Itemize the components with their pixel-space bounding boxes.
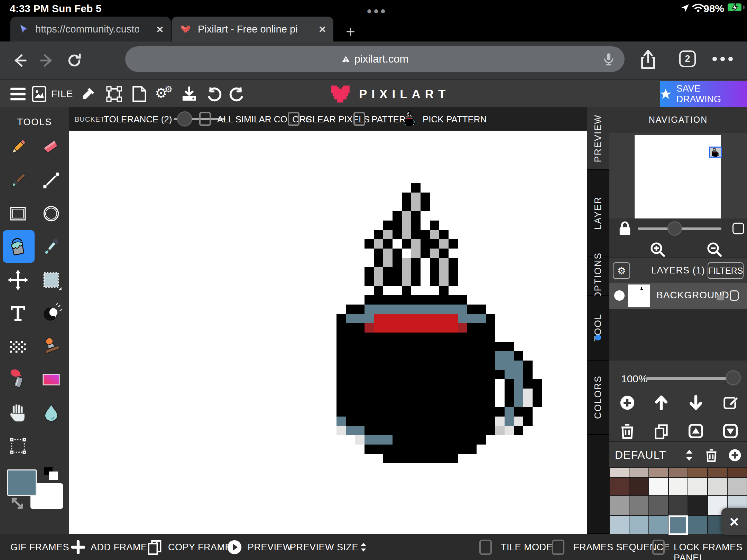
dropper-tool-icon[interactable] <box>80 86 96 102</box>
delete-palette-icon[interactable] <box>706 449 717 462</box>
palette-swatch[interactable] <box>708 467 727 477</box>
tool-eraser-icon[interactable] <box>39 135 64 160</box>
file-button[interactable]: FILE <box>32 86 73 102</box>
tool-circle-icon[interactable] <box>39 201 64 226</box>
undo-icon[interactable] <box>206 86 222 102</box>
palette-swatch[interactable] <box>708 477 727 496</box>
add-color-icon[interactable] <box>728 449 741 462</box>
palette-swatch[interactable] <box>688 477 708 496</box>
tool-blur-icon[interactable] <box>39 400 64 425</box>
merge-up-icon[interactable] <box>688 423 703 439</box>
tool-dither-icon[interactable] <box>6 334 30 359</box>
layer-visibility-toggle[interactable] <box>614 290 625 301</box>
opacity-slider-thumb[interactable] <box>726 370 741 385</box>
download-icon[interactable] <box>181 86 197 102</box>
tab-switcher-button[interactable]: 2 <box>679 50 696 67</box>
back-icon[interactable] <box>12 53 28 68</box>
add-frame-label[interactable]: ADD FRAME <box>91 542 147 553</box>
palette-swatch[interactable] <box>727 467 747 477</box>
palette-swatch[interactable] <box>688 467 708 477</box>
palette-swatch[interactable] <box>668 496 688 515</box>
tool-spray-icon[interactable] <box>6 367 30 392</box>
rename-layer-icon[interactable] <box>723 395 739 410</box>
all-similar-colors-checkbox[interactable] <box>199 112 211 126</box>
preview-size-label[interactable]: PREVIEW SIZE <box>290 542 358 553</box>
browser-menu-icon[interactable] <box>712 57 733 61</box>
tolerance-slider-thumb[interactable] <box>177 111 192 127</box>
share-icon[interactable] <box>639 49 657 71</box>
delete-layer-icon[interactable] <box>620 423 634 439</box>
nav-zoom-thumb[interactable] <box>667 221 682 236</box>
palette-swatch[interactable] <box>727 477 747 496</box>
add-frame-icon[interactable] <box>71 540 85 554</box>
palette-swatch[interactable] <box>629 515 649 535</box>
opacity-slider[interactable] <box>646 377 736 380</box>
close-frames-panel-button[interactable]: × <box>721 508 747 535</box>
menu-icon[interactable] <box>10 87 26 101</box>
move-layer-up-icon[interactable] <box>654 395 669 410</box>
tool-text-icon[interactable] <box>6 301 30 326</box>
palette-swatch[interactable] <box>668 467 688 477</box>
clear-pixels-checkbox[interactable] <box>288 112 299 126</box>
right-tab-tool[interactable]: TOOL <box>587 296 609 361</box>
pattern-preview-icon[interactable] <box>404 111 416 127</box>
palette-swatch[interactable] <box>629 477 649 496</box>
layer-row-background[interactable]: BACKGROUND <box>609 283 747 309</box>
palette-swatch[interactable] <box>649 467 668 477</box>
forward-icon[interactable] <box>39 53 55 68</box>
lock-icon[interactable] <box>618 221 631 236</box>
tool-eyedropper-icon[interactable] <box>39 234 64 259</box>
swap-colors-icon[interactable] <box>44 467 59 481</box>
expand-swatch-icon[interactable] <box>10 496 24 510</box>
tool-rectangle-icon[interactable] <box>6 201 30 226</box>
reload-icon[interactable] <box>66 52 83 69</box>
duplicate-layer-icon[interactable] <box>654 423 670 439</box>
unlock-icon[interactable] <box>715 290 726 301</box>
palette-name[interactable]: DEFAULT <box>615 449 666 461</box>
play-preview-icon[interactable] <box>227 540 242 555</box>
palette-swatch[interactable] <box>688 515 708 535</box>
lock-frames-panel-checkbox[interactable] <box>652 540 665 555</box>
mic-icon[interactable] <box>602 52 616 66</box>
copy-frame-label[interactable]: COPY FRAME <box>168 542 231 553</box>
copy-frame-icon[interactable] <box>147 539 163 556</box>
tool-gradient-icon[interactable] <box>39 367 64 392</box>
settings-gears-icon[interactable]: ⚙⚙ <box>155 85 175 101</box>
zoom-in-icon[interactable] <box>649 241 666 258</box>
right-tab-options[interactable]: OPTIONS <box>587 256 609 296</box>
address-bar[interactable]: pixilart.com <box>125 46 625 72</box>
tool-brush-icon[interactable] <box>6 168 30 193</box>
palette-swatch[interactable] <box>629 467 649 477</box>
palette-swatch[interactable] <box>668 477 688 496</box>
palette-swatch[interactable] <box>609 477 629 496</box>
palette-swatch-selected[interactable] <box>668 515 688 535</box>
tool-pan-icon[interactable] <box>6 400 30 425</box>
preview-label[interactable]: PREVIEW <box>248 542 292 553</box>
frames-sequence-checkbox[interactable] <box>552 540 564 555</box>
transform-icon[interactable] <box>106 86 122 102</box>
tool-marquee-icon[interactable] <box>6 433 30 458</box>
tab-community[interactable]: https://community.custo × <box>10 17 171 41</box>
tool-shading-icon[interactable] <box>39 301 64 326</box>
palette-swatch[interactable] <box>649 496 668 515</box>
close-tab-icon[interactable]: × <box>319 23 326 35</box>
new-page-icon[interactable] <box>132 86 147 102</box>
add-layer-icon[interactable] <box>620 395 635 410</box>
merge-down-icon[interactable] <box>723 423 738 439</box>
palette-swatch[interactable] <box>609 515 629 535</box>
pixel-art-mug[interactable] <box>327 183 542 463</box>
pick-pattern-label[interactable]: PICK PATTERN <box>423 114 487 125</box>
tool-bucket-icon[interactable] <box>6 234 30 259</box>
preview-size-toggle-icon[interactable] <box>358 542 369 553</box>
save-drawing-button[interactable]: SAVE DRAWING <box>660 81 747 107</box>
redo-icon[interactable] <box>229 86 245 102</box>
right-tab-layer[interactable]: LAYER <box>587 170 609 256</box>
new-tab-button[interactable]: + <box>346 22 355 41</box>
palette-swatch[interactable] <box>649 515 668 535</box>
zoom-out-icon[interactable] <box>706 241 723 258</box>
layer-select-checkbox[interactable] <box>730 290 739 301</box>
swap-palette-icon[interactable] <box>683 449 696 462</box>
palette-swatch[interactable] <box>649 477 668 496</box>
right-tab-preview[interactable]: PREVIEW <box>587 107 609 170</box>
palette-swatch[interactable] <box>609 467 629 477</box>
